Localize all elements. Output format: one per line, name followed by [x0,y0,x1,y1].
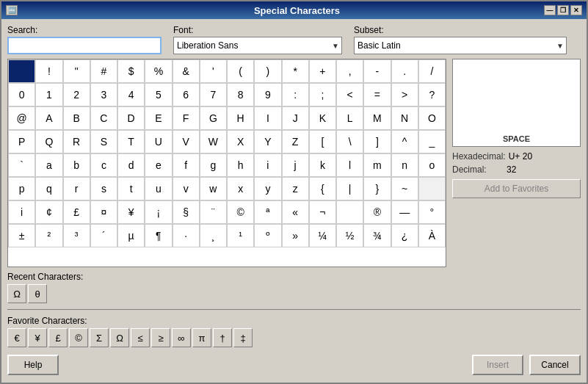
favorite-char-cell[interactable]: ≥ [151,328,170,347]
favorite-char-cell[interactable]: Σ [90,328,109,347]
char-cell[interactable]: i [8,200,35,224]
char-grid-container[interactable]: !"#$%&'()*+,-./0123456789:;<=>?@ABCDEFGH… [7,59,446,267]
char-cell[interactable] [8,59,35,83]
char-cell[interactable]: § [173,200,200,224]
char-cell[interactable]: F [173,106,200,130]
char-cell[interactable]: J [282,106,309,130]
char-cell[interactable]: g [200,153,227,177]
char-cell[interactable]: ­ [336,200,363,224]
char-cell[interactable]: l [336,153,363,177]
char-cell[interactable]: » [282,224,309,247]
char-cell[interactable]: K [309,106,336,130]
char-cell[interactable]: H [227,106,254,130]
char-cell[interactable]: ¼ [309,224,336,247]
minimize-button[interactable]: — [544,5,556,15]
char-cell[interactable]: " [63,59,90,83]
char-cell[interactable]: m [363,153,391,177]
char-cell[interactable]: w [200,177,227,200]
char-cell[interactable]: X [227,130,254,153]
char-cell[interactable]: ^ [391,130,418,153]
favorite-char-cell[interactable]: © [69,328,88,347]
cancel-button[interactable]: Cancel [529,355,581,375]
char-cell[interactable]: ` [8,153,35,177]
char-cell[interactable]: y [254,177,281,200]
char-cell[interactable]: } [363,177,391,200]
favorite-char-cell[interactable]: ‡ [233,328,253,347]
char-cell[interactable]: ] [363,130,391,153]
char-cell[interactable]: ? [418,83,446,106]
help-button[interactable]: Help [7,355,59,375]
char-cell[interactable]: Q [35,130,62,153]
char-cell[interactable]: < [336,83,363,106]
char-cell[interactable]: [ [309,130,336,153]
char-cell[interactable]: ª [254,200,281,224]
char-cell[interactable]: µ [117,224,145,247]
char-cell[interactable]: i [254,153,281,177]
char-cell[interactable]: ° [418,200,446,224]
char-cell[interactable]: + [309,59,336,83]
char-cell[interactable]: p [8,177,35,200]
char-cell[interactable]: : [282,83,309,106]
insert-button[interactable]: Insert [472,355,523,375]
char-cell[interactable]: & [173,59,200,83]
char-cell[interactable]: a [35,153,62,177]
search-input[interactable] [7,37,161,54]
char-cell[interactable]: , [336,59,363,83]
char-cell[interactable]: u [145,177,172,200]
char-cell[interactable]: r [63,177,90,200]
char-cell[interactable]: t [117,177,145,200]
char-cell[interactable]: D [117,106,145,130]
char-cell[interactable]: b [63,153,90,177]
char-cell[interactable]: U [145,130,172,153]
char-cell[interactable]: S [90,130,117,153]
char-cell[interactable]: d [117,153,145,177]
char-cell[interactable]: c [90,153,117,177]
char-cell[interactable]: ¾ [363,224,391,247]
char-cell[interactable]: \ [336,130,363,153]
char-cell[interactable]: 2 [63,83,90,106]
char-cell[interactable]: ( [227,59,254,83]
char-cell[interactable]: - [363,59,391,83]
char-cell[interactable]: V [173,130,200,153]
char-cell[interactable]: 5 [145,83,172,106]
char-cell[interactable]: ³ [63,224,90,247]
char-cell[interactable]: 8 [227,83,254,106]
favorite-char-cell[interactable]: π [192,328,211,347]
favorite-char-cell[interactable]: € [7,328,26,347]
char-cell[interactable]: ¥ [117,200,145,224]
char-cell[interactable]: À [418,224,446,247]
char-cell[interactable]: ® [363,200,391,224]
char-cell[interactable]: s [90,177,117,200]
char-cell[interactable]: ' [200,59,227,83]
char-cell[interactable]: B [63,106,90,130]
char-cell[interactable]: O [418,106,446,130]
char-cell[interactable]: % [145,59,172,83]
char-cell[interactable]: ½ [336,224,363,247]
favorite-char-cell[interactable]: ¥ [28,328,47,347]
char-cell[interactable]: / [418,59,446,83]
char-cell[interactable]: — [391,200,418,224]
char-cell[interactable]: z [282,177,309,200]
char-cell[interactable]: . [391,59,418,83]
char-cell[interactable]: A [35,106,62,130]
char-cell[interactable]: · [173,224,200,247]
char-cell[interactable]: 7 [200,83,227,106]
char-cell[interactable]: ¿ [391,224,418,247]
char-cell[interactable]: « [282,200,309,224]
char-cell[interactable]: Z [282,130,309,153]
char-cell[interactable]: { [309,177,336,200]
recent-char-cell[interactable]: θ [28,284,47,303]
char-cell[interactable] [418,177,446,200]
char-cell[interactable]: W [200,130,227,153]
recent-char-cell[interactable]: Ω [7,284,26,303]
char-cell[interactable]: 9 [254,83,281,106]
close-button[interactable]: ✕ [570,5,582,15]
char-cell[interactable]: ¶ [145,224,172,247]
char-cell[interactable]: P [8,130,35,153]
char-cell[interactable]: j [282,153,309,177]
char-cell[interactable]: º [254,224,281,247]
char-cell[interactable]: ¨ [200,200,227,224]
char-cell[interactable]: 3 [90,83,117,106]
char-cell[interactable]: N [391,106,418,130]
char-cell[interactable]: ) [254,59,281,83]
